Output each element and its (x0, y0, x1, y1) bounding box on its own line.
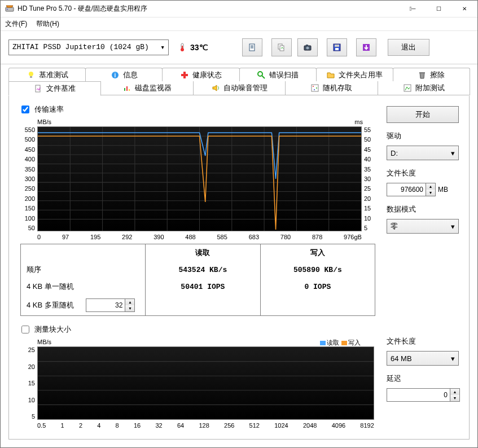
table-row: 4 KB 多重随机 ▲▼ (21, 295, 375, 315)
drive-select[interactable]: ZHITAI PSSD Jupiter10 (1024 gB) ▾ (8, 39, 169, 55)
floppy-icon (332, 43, 341, 52)
label-filelen: 文件长度 (387, 168, 459, 178)
tab-row-top: 基准测试 i信息 健康状态 错误扫描 文件夹占用率 擦除 (8, 68, 470, 82)
chart-transfer: MB/s ms 55050045040035030025020015010050… (19, 118, 376, 240)
svg-point-19 (258, 72, 262, 76)
tab-info[interactable]: i信息 (85, 68, 163, 82)
tab-aam[interactable]: 自动噪音管理 (193, 81, 286, 95)
copy-result-button[interactable] (271, 38, 292, 56)
svg-rect-24 (129, 89, 130, 91)
chevron-down-icon: ▾ (451, 149, 455, 157)
tab-filebenchmark[interactable]: 文件基准 (8, 81, 101, 96)
download-icon (362, 43, 371, 52)
tab-row-bottom: 文件基准 磁盘监视器 自动噪音管理 随机存取 附加测试 (8, 81, 470, 96)
chevron-down-icon: ▾ (451, 222, 455, 231)
svg-rect-22 (124, 88, 125, 91)
chart2-plot (37, 346, 374, 420)
chart2-legend: 读取 写入 (320, 339, 361, 347)
app-icon (5, 4, 14, 13)
tab-random[interactable]: 随机存取 (285, 81, 378, 95)
copy-info-button[interactable] (242, 38, 262, 56)
tab-diskmonitor[interactable]: 磁盘监视器 (100, 81, 193, 95)
svg-rect-23 (126, 86, 128, 91)
svg-rect-10 (306, 45, 308, 46)
svg-rect-5 (249, 44, 255, 51)
delay-spinner[interactable]: ▲▼ (387, 388, 460, 402)
tab-erase[interactable]: 擦除 (393, 68, 470, 82)
spin-up-icon[interactable]: ▲ (450, 389, 459, 395)
select-datamode[interactable]: 零▾ (387, 219, 459, 234)
speaker-icon (211, 84, 220, 93)
thread-spinner[interactable]: ▲▼ (86, 298, 135, 312)
random-icon (310, 84, 319, 93)
maximize-button[interactable]: ☐ (426, 1, 451, 17)
svg-point-26 (313, 86, 314, 87)
temperature: 33℃ (178, 43, 208, 52)
save-button[interactable] (327, 38, 347, 56)
chart1-plot (37, 126, 362, 231)
spin-down-icon[interactable]: ▼ (426, 190, 435, 196)
tab-errorscan[interactable]: 错误扫描 (239, 68, 317, 82)
start-button[interactable]: 开始 (387, 106, 459, 123)
chart1-unit-left: MB/s (37, 118, 51, 125)
spin-up-icon[interactable]: ▲ (125, 299, 134, 305)
results-table: 读取写入 顺序543524 KB/s505890 KB/s 4 KB 单一随机5… (20, 244, 375, 316)
spin-up-icon[interactable]: ▲ (426, 183, 435, 190)
checkbox-transfer[interactable]: 传输速率 (19, 104, 376, 115)
chart-blocksize: MB/s 读取 写入 252015105 0.51248163264128256… (19, 339, 376, 429)
filebench-icon (34, 84, 43, 93)
load-button[interactable] (356, 38, 376, 56)
svg-rect-20 (419, 72, 425, 73)
menubar: 文件(F) 帮助(H) (1, 17, 477, 31)
label-datamode: 数据模式 (387, 204, 459, 214)
checkbox-blocksize[interactable]: 测量块大小 (19, 324, 376, 335)
svg-text:i: i (114, 72, 116, 78)
label-drive: 驱动 (387, 131, 459, 141)
info-icon: i (111, 71, 120, 80)
spin-down-icon[interactable]: ▼ (450, 395, 459, 401)
svg-rect-25 (312, 85, 318, 91)
svg-rect-16 (30, 76, 32, 78)
filelen-spinner[interactable]: ▲▼ (387, 183, 436, 196)
svg-point-15 (29, 72, 33, 76)
minimize-button[interactable]: ─ (400, 1, 426, 17)
chevron-down-icon: ▾ (451, 354, 455, 363)
titlebar: HD Tune Pro 5.70 - 硬盘/固态硬盘实用程序 ─ ☐ ✕ (1, 1, 477, 17)
tab-benchmark[interactable]: 基准测试 (8, 68, 86, 82)
menu-help[interactable]: 帮助(H) (36, 19, 59, 29)
label-delay: 延迟 (387, 374, 459, 384)
camera-icon (303, 43, 312, 52)
screenshot-button[interactable] (297, 38, 318, 56)
toolbar: ZHITAI PSSD Jupiter10 (1024 gB) ▾ 33℃ 退出 (1, 31, 477, 64)
trash-icon (418, 71, 427, 80)
tab-folderusage[interactable]: 文件夹占用率 (316, 68, 393, 82)
svg-point-9 (306, 46, 309, 49)
chart1-unit-right: ms (354, 118, 363, 125)
svg-rect-12 (335, 45, 339, 47)
thermometer-icon (178, 43, 187, 52)
copy-chart-icon (277, 43, 286, 52)
barchart-icon (122, 84, 131, 93)
tab-extra[interactable]: 附加测试 (378, 81, 470, 95)
svg-rect-4 (182, 46, 183, 49)
exit-button[interactable]: 退出 (388, 39, 429, 56)
menu-file[interactable]: 文件(F) (5, 19, 27, 29)
tab-health[interactable]: 健康状态 (162, 68, 239, 82)
drive-select-value: ZHITAI PSSD Jupiter10 (1024 gB) (12, 43, 149, 51)
close-button[interactable]: ✕ (451, 1, 477, 17)
select-filelen2[interactable]: 64 MB▾ (387, 351, 459, 366)
table-row: 顺序543524 KB/s505890 KB/s (21, 261, 375, 278)
window-title: HD Tune Pro 5.70 - 硬盘/固态硬盘实用程序 (17, 4, 400, 14)
spin-down-icon[interactable]: ▼ (125, 305, 134, 311)
svg-rect-13 (335, 48, 339, 50)
tab-content: 传输速率 MB/s ms 550500450400350300250200150… (8, 96, 470, 440)
magnifier-icon (257, 71, 266, 80)
svg-point-1 (7, 9, 8, 10)
plus-icon (180, 71, 189, 80)
copy-text-icon (248, 43, 257, 52)
select-drive[interactable]: D:▾ (387, 146, 459, 160)
folder-icon (326, 71, 335, 80)
svg-point-28 (314, 89, 315, 90)
bulb-icon (27, 71, 36, 80)
table-row: 4 KB 单一随机50401 IOPS0 IOPS (21, 278, 375, 295)
